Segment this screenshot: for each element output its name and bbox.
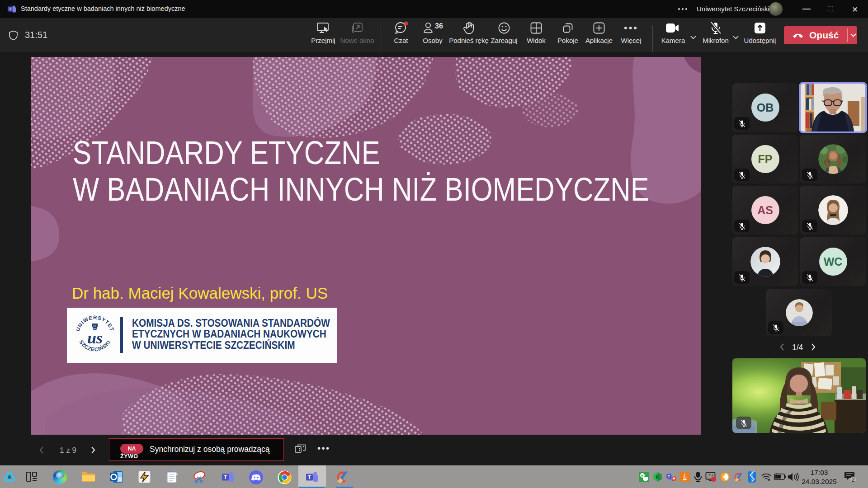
svg-text:T: T (308, 474, 311, 480)
svg-text:K: K (656, 474, 660, 480)
svg-text:T: T (224, 474, 227, 480)
svg-text:us: us (87, 329, 103, 347)
svg-text:2: 2 (852, 477, 855, 483)
svg-text:T: T (9, 7, 12, 11)
svg-text:36: 36 (435, 22, 443, 30)
svg-text:T: T (668, 474, 670, 479)
